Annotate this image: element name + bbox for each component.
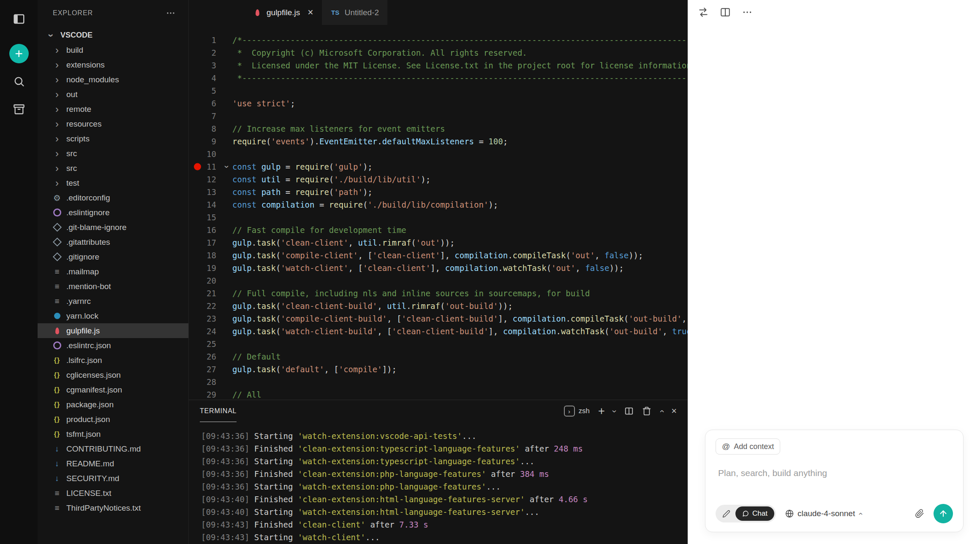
- line-number-text: 14: [207, 200, 216, 209]
- line-number[interactable]: 25: [189, 338, 232, 350]
- terminal-dropdown-button[interactable]: ›: [613, 406, 616, 416]
- tree-file-thirdpartynotices-txt[interactable]: ≡ThirdPartyNotices.txt: [38, 501, 188, 515]
- history-button[interactable]: [698, 7, 709, 18]
- line-number[interactable]: 21: [189, 287, 232, 300]
- line-number[interactable]: 28: [189, 376, 232, 388]
- new-chat-button[interactable]: +: [9, 44, 29, 63]
- tab-untitled-2[interactable]: TSUntitled-2: [322, 0, 387, 25]
- line-number[interactable]: 6: [189, 97, 232, 110]
- line-number[interactable]: 7: [189, 110, 232, 122]
- maximize-panel-button[interactable]: ›: [660, 406, 663, 416]
- line-number[interactable]: 10: [189, 148, 232, 160]
- chat-input-card[interactable]: @ Add context Plan, search, build anythi…: [705, 430, 964, 532]
- tree-folder-test[interactable]: ›test: [38, 176, 188, 190]
- line-number[interactable]: 27: [189, 363, 232, 376]
- tree-file-mention-bot[interactable]: ≡.mention-bot: [38, 279, 188, 294]
- terminal-tab[interactable]: TERMINAL: [200, 400, 237, 422]
- tree-folder-src[interactable]: ›src: [38, 146, 188, 161]
- tree-folder-extensions[interactable]: ›extensions: [38, 57, 188, 72]
- tree-folder-node-modules[interactable]: ›node_modules: [38, 72, 188, 87]
- toggle-panel-button[interactable]: [9, 9, 29, 29]
- attach-button[interactable]: [915, 509, 924, 518]
- line-number[interactable]: 24: [189, 325, 232, 338]
- close-icon[interactable]: ×: [308, 7, 313, 18]
- line-number[interactable]: 23: [189, 312, 232, 325]
- tree-file-gitattributes[interactable]: .gitattributes: [38, 235, 188, 249]
- send-button[interactable]: [934, 504, 953, 523]
- tree-file-tsfmt-json[interactable]: {}tsfmt.json: [38, 427, 188, 441]
- terminal-output[interactable]: [09:43:36] Starting 'watch-extension:vsc…: [189, 422, 688, 544]
- line-number[interactable]: 3: [189, 59, 232, 72]
- tree-root-vscode[interactable]: › VSCODE: [38, 28, 188, 43]
- line-number[interactable]: 16: [189, 224, 232, 236]
- line-number[interactable]: 9: [189, 135, 232, 148]
- line-number[interactable]: 19: [189, 262, 232, 274]
- tab-gulpfile-js[interactable]: gulpfile.js×: [244, 0, 322, 25]
- add-context-button[interactable]: @ Add context: [716, 438, 780, 455]
- line-number[interactable]: 8: [189, 122, 232, 135]
- line-number[interactable]: 2: [189, 46, 232, 59]
- chat-input-placeholder[interactable]: Plan, search, build anything: [718, 468, 953, 478]
- line-number[interactable]: 22: [189, 300, 232, 312]
- tree-file-readme-md[interactable]: ↓README.md: [38, 456, 188, 471]
- code-area[interactable]: 1/*-------------------------------------…: [189, 25, 688, 400]
- chevron-right-icon: ›: [52, 60, 62, 70]
- line-number-text: 8: [212, 124, 216, 133]
- tree-file-security-md[interactable]: ↓SECURITY.md: [38, 471, 188, 486]
- line-number[interactable]: 11›: [189, 160, 232, 173]
- tree-file-yarn-lock[interactable]: yarn.lock: [38, 309, 188, 323]
- tree-folder-remote[interactable]: ›remote: [38, 102, 188, 116]
- item-label: .gitattributes: [66, 238, 110, 247]
- line-number[interactable]: 18: [189, 249, 232, 262]
- tree-folder-scripts[interactable]: ›scripts: [38, 131, 188, 146]
- kill-terminal-button[interactable]: [642, 406, 651, 416]
- tree-file-license-txt[interactable]: ≡LICENSE.txt: [38, 486, 188, 501]
- tree-file-cglicenses-json[interactable]: {}cglicenses.json: [38, 368, 188, 382]
- git-icon: [52, 222, 62, 233]
- code-text: gulp.task('default', ['compile']);: [232, 363, 688, 376]
- line-number[interactable]: 4: [189, 72, 232, 84]
- tree-file-cgmanifest-json[interactable]: {}cgmanifest.json: [38, 382, 188, 397]
- line-number[interactable]: 29: [189, 388, 232, 400]
- tree-file-gitignore[interactable]: .gitignore: [38, 249, 188, 264]
- tree-file-package-json[interactable]: {}package.json: [38, 397, 188, 412]
- new-terminal-button[interactable]: +: [598, 405, 605, 418]
- search-button[interactable]: [9, 72, 29, 91]
- model-selector[interactable]: claude-4-sonnet ›: [785, 509, 861, 518]
- tree-folder-build[interactable]: ›build: [38, 43, 188, 57]
- line-number[interactable]: 26: [189, 350, 232, 363]
- tree-file-eslintrc-json[interactable]: .eslintrc.json: [38, 338, 188, 353]
- tree-file-eslintignore[interactable]: .eslintignore: [38, 205, 188, 220]
- tree-file-mailmap[interactable]: ≡.mailmap: [38, 264, 188, 279]
- tree-file-contributing-md[interactable]: ↓CONTRIBUTING.md: [38, 441, 188, 456]
- edit-mode-button[interactable]: [717, 507, 735, 521]
- line-number[interactable]: 5: [189, 84, 232, 97]
- tree-folder-out[interactable]: ›out: [38, 87, 188, 102]
- tree-folder-src[interactable]: ›src: [38, 161, 188, 176]
- archive-button[interactable]: [9, 100, 29, 119]
- tree-file-git-blame-ignore[interactable]: .git-blame-ignore: [38, 220, 188, 235]
- close-panel-button[interactable]: ×: [671, 406, 677, 417]
- line-number[interactable]: 14: [189, 198, 232, 211]
- breakpoint-dot[interactable]: [194, 163, 201, 171]
- split-view-button[interactable]: [720, 7, 731, 18]
- more-actions-icon[interactable]: [166, 8, 176, 18]
- line-number[interactable]: 12: [189, 173, 232, 186]
- line-number[interactable]: 15: [189, 211, 232, 224]
- line-number[interactable]: 1: [189, 34, 232, 46]
- tree-file-lsifrc-json[interactable]: {}.lsifrc.json: [38, 353, 188, 368]
- tree-file-yarnrc[interactable]: ≡.yarnrc: [38, 294, 188, 309]
- line-number[interactable]: 20: [189, 274, 232, 287]
- tree-file-product-json[interactable]: {}product.json: [38, 412, 188, 427]
- line-number[interactable]: 13: [189, 186, 232, 198]
- split-terminal-button[interactable]: [624, 406, 634, 416]
- shell-selector[interactable]: › zsh: [564, 406, 590, 417]
- more-options-button[interactable]: [742, 7, 753, 18]
- line-number[interactable]: 17: [189, 236, 232, 249]
- tree-file-editorconfig[interactable]: ⚙.editorconfig: [38, 190, 188, 205]
- fold-chevron-icon[interactable]: ›: [221, 165, 234, 168]
- chat-mode-button[interactable]: Chat: [735, 506, 774, 521]
- tree-file-gulpfile-js[interactable]: gulpfile.js: [38, 323, 188, 338]
- code-line-26: 26// Default: [189, 350, 688, 363]
- tree-folder-resources[interactable]: ›resources: [38, 116, 188, 131]
